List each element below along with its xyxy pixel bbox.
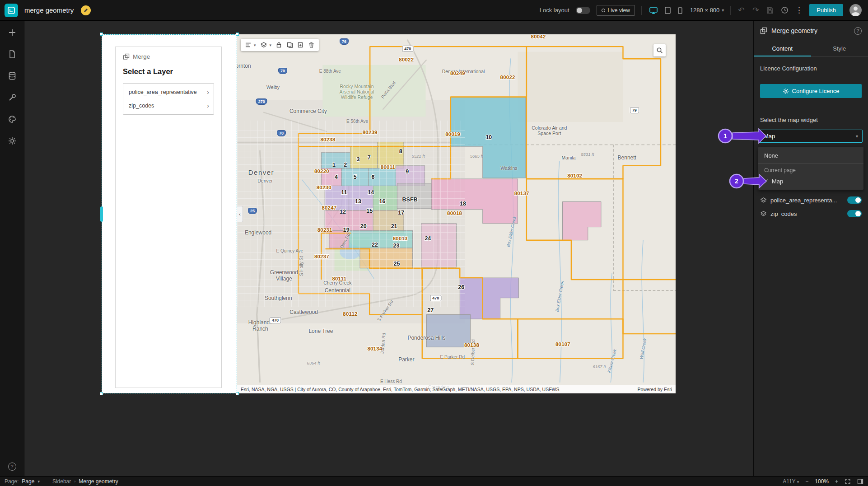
dropdown-option-none[interactable]: None [758,149,863,162]
left-toolbar: ? [0,21,24,476]
divider [730,6,731,15]
chevron-right-icon: › [207,102,209,109]
resolution-select[interactable]: 1280 × 800 ▾ [690,7,724,14]
history-icon[interactable] [780,6,789,14]
layer-select-list: police_area_representative › zip_codes › [123,83,214,115]
zoom-level[interactable]: 100% [815,478,829,485]
layer-visibility-list: police_area_representa... zip_codes [754,193,868,220]
statusbar-right: A11Y ▾ − 100% + [783,478,863,485]
copy-icon[interactable] [286,42,293,48]
design-canvas: Merge Select a Layer police_area_represe… [24,21,753,476]
undo-icon[interactable]: ↶ [737,5,745,15]
tablet-preview-icon[interactable] [663,5,672,15]
layers-icon[interactable] [260,42,267,49]
breadcrumb-sidebar[interactable]: Sidebar [52,478,71,485]
publish-button[interactable]: Publish [809,4,843,16]
panel-tabs: Content Style [754,41,868,57]
duplicate-icon[interactable] [297,42,304,48]
layer-option-label: zip_codes [129,103,154,109]
page-icon[interactable] [8,50,17,59]
breadcrumb-current: Merge geometry [79,478,118,485]
select-layer-heading: Select a Layer [123,67,214,76]
collapse-panel-button[interactable]: ‹ [237,206,243,222]
selection-handle[interactable] [236,392,239,395]
fit-to-window-icon[interactable] [845,478,851,485]
map-widget-select[interactable]: Map ▾ [759,130,863,143]
save-icon[interactable] [766,7,774,14]
widget-help-icon[interactable]: ? [854,27,862,35]
tab-content[interactable]: Content [754,41,811,56]
layer-label: zip_codes [770,210,797,217]
layer-visibility-toggle[interactable] [847,210,862,217]
lock-layout-toggle[interactable] [576,7,590,14]
lock-icon[interactable] [275,42,282,48]
dropdown-option-map[interactable]: ✓ Map [758,175,863,187]
caret-down-icon[interactable]: ▾ [270,43,272,47]
page-frame: Merge Select a Layer police_area_represe… [102,34,676,393]
caret-down-icon: ▾ [722,8,724,13]
desktop-preview-icon[interactable] [648,5,659,15]
resize-grip[interactable] [100,206,103,222]
panel-header: Merge geometry ? [754,21,868,41]
layer-option[interactable]: zip_codes › [123,99,214,112]
caret-down-icon[interactable]: ▾ [254,43,256,47]
zoom-out-button[interactable]: − [805,478,808,485]
merge-widget-header: Merge [123,53,214,60]
data-icon[interactable] [8,71,17,80]
gear-icon [783,88,789,94]
live-view-button[interactable]: Live view [597,5,635,16]
sidebar-widget[interactable]: Merge Select a Layer police_area_represe… [102,34,237,393]
chevron-right-icon: › [207,89,209,96]
help-icon[interactable]: ? [8,463,16,471]
zoom-in-button[interactable]: + [835,478,838,485]
caret-down-icon: ▾ [37,479,40,484]
selection-handle[interactable] [100,392,103,395]
merge-icon [123,53,130,60]
map-search-button[interactable] [653,44,666,56]
layer-row: police_area_representa... [754,193,868,207]
page-label: Page: [5,478,19,485]
caret-down-icon: ▾ [856,134,858,139]
selection-handle[interactable] [100,33,103,36]
merge-widget-title: Merge [133,53,150,60]
delete-icon[interactable] [308,42,315,48]
arrange-icon[interactable] [245,42,252,48]
layer-visibility-toggle[interactable] [847,196,862,204]
map-attribution: Esri, NASA, NGA, USGS | City of Aurora, … [237,385,676,393]
widget-settings-panel: Merge geometry ? Content Style Licence C… [753,21,868,476]
phone-preview-icon[interactable] [677,5,684,15]
layer-option[interactable]: police_area_representative › [123,85,214,99]
widget-edit-toolbar: ▾ ▾ [241,39,319,51]
live-view-icon [602,9,605,12]
app-title: merge geometry [24,6,74,14]
layer-label: police_area_representa... [770,197,837,204]
redo-icon[interactable]: ↷ [751,5,760,15]
edit-title-icon[interactable] [81,5,91,15]
dropdown-divider [758,164,863,164]
powered-by-esri: Powered by Esri [638,387,672,392]
panel-layout-icon[interactable] [857,478,863,485]
map-widget[interactable]: orntonWelbyCommerce CityDenver Internati… [237,34,676,393]
page-selector[interactable]: Page [22,478,34,485]
status-bar: Page: Page ▾ Sidebar › Merge geometry A1… [0,476,868,486]
divider [641,6,642,15]
layers-icon [760,210,767,217]
attribution-text: Esri, NASA, NGA, USGS | City of Aurora, … [241,387,559,392]
merge-widget-card: Merge Select a Layer police_area_represe… [115,47,222,388]
tools-icon[interactable] [8,93,17,102]
more-options-icon[interactable]: ⋮ [795,5,803,15]
map-select-value: Map [764,133,775,140]
lock-layout-label: Lock layout [540,7,569,14]
insert-widget-icon[interactable] [8,28,17,37]
a11y-menu[interactable]: A11Y ▾ [783,478,799,485]
tab-style[interactable]: Style [811,41,868,56]
configure-licence-button[interactable]: Configure Licence [760,84,862,98]
theme-icon[interactable] [8,115,17,124]
map-widget-dropdown: None Current page ✓ Map [758,147,863,190]
account-avatar[interactable] [849,4,862,16]
caret-down-icon: ▾ [797,480,799,484]
settings-icon[interactable] [8,136,17,145]
selection-handle[interactable] [236,33,239,36]
app-logo-icon[interactable] [5,4,18,17]
device-preview-group [648,5,684,15]
